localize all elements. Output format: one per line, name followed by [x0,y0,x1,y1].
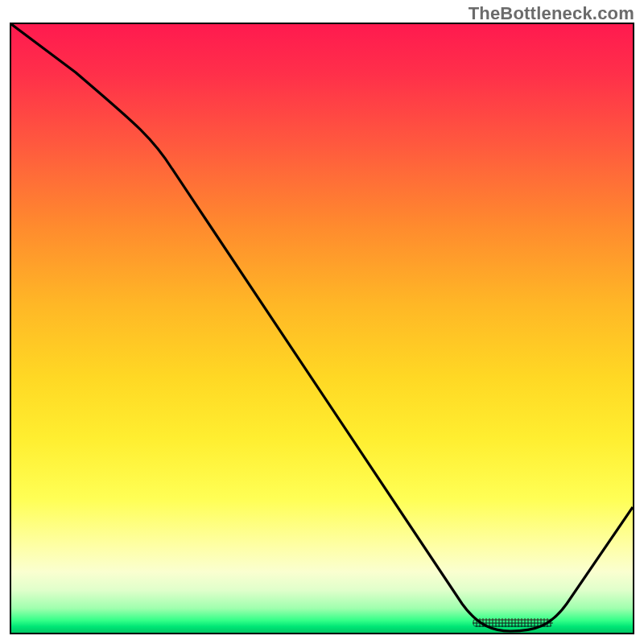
chart-container: TheBottleneck.com [0,0,644,644]
line-series [11,24,633,633]
bottleneck-curve-path [11,24,633,631]
optimal-range-marker [473,618,553,627]
watermark-text: TheBottleneck.com [469,3,634,24]
plot-area [10,23,634,634]
